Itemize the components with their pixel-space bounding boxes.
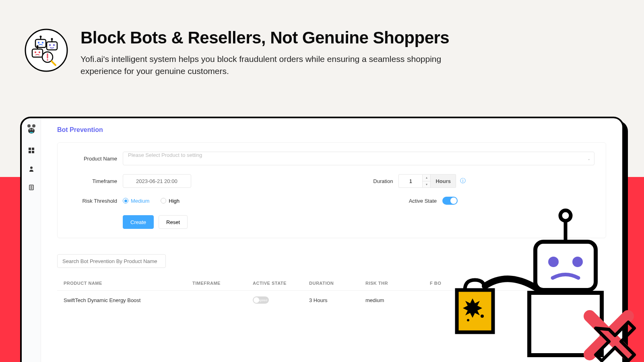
th-bots: F BO xyxy=(430,281,478,286)
svg-point-26 xyxy=(32,129,33,130)
stepper-down-icon[interactable]: ▼ xyxy=(423,181,430,188)
timeframe-input[interactable] xyxy=(123,174,191,188)
cell-product-name: SwiftTech Dynamic Energy Boost xyxy=(64,297,192,303)
cell-risk: medium xyxy=(365,297,430,303)
svg-point-13 xyxy=(39,51,40,53)
radio-unchecked-icon xyxy=(161,198,166,204)
th-risk: RISK THR xyxy=(365,281,430,286)
th-active-state: ACTIVE STATE xyxy=(253,281,309,286)
risk-radio-medium[interactable]: Medium xyxy=(123,198,149,204)
svg-point-3 xyxy=(42,42,43,43)
th-duration: DURATION xyxy=(309,281,365,286)
risk-radio-high[interactable]: High xyxy=(161,198,180,204)
svg-point-21 xyxy=(27,124,31,128)
info-icon[interactable]: ⓘ xyxy=(460,177,466,185)
svg-rect-31 xyxy=(32,151,34,153)
results-table: PRODUCT NAME TIMEFRAME ACTIVE STATE DURA… xyxy=(57,276,606,309)
nav-doc-icon[interactable] xyxy=(28,184,35,191)
table-row[interactable]: SwiftTech Dynamic Energy Boost expired 3… xyxy=(57,291,606,309)
svg-point-2 xyxy=(38,42,39,43)
product-name-label: Product Name xyxy=(69,156,117,162)
page-title: Bot Prevention xyxy=(57,126,622,134)
svg-rect-11 xyxy=(32,49,43,57)
svg-point-7 xyxy=(49,44,51,46)
duration-label: Duration xyxy=(373,178,393,184)
svg-point-25 xyxy=(30,129,31,130)
radio-high-label: High xyxy=(169,198,180,204)
th-timeframe: TIMEFRAME xyxy=(192,281,253,286)
active-toggle[interactable] xyxy=(442,197,458,205)
radio-medium-label: Medium xyxy=(131,198,149,204)
svg-rect-29 xyxy=(32,148,34,150)
svg-rect-30 xyxy=(29,151,31,153)
create-button[interactable]: Create xyxy=(123,215,154,229)
th-product-name: PRODUCT NAME xyxy=(64,281,192,286)
cell-duration: 3 Hours xyxy=(309,297,365,303)
app-logo xyxy=(25,123,37,135)
svg-rect-27 xyxy=(30,132,33,133)
active-state-label: Active State xyxy=(409,198,437,204)
cell-active-state: expired xyxy=(253,296,309,304)
svg-point-22 xyxy=(32,124,35,128)
expired-pill: expired xyxy=(253,296,269,304)
svg-point-10 xyxy=(51,38,53,40)
sidebar xyxy=(22,118,41,362)
svg-point-12 xyxy=(35,51,36,53)
app-window: Bot Prevention Product Name Please Selec… xyxy=(20,117,624,362)
hero-badge-icon xyxy=(24,28,68,72)
stepper-up-icon[interactable]: ▲ xyxy=(423,175,430,181)
svg-point-0 xyxy=(25,29,67,71)
nav-user-icon[interactable] xyxy=(28,166,35,172)
product-select-value: Please Select Product to setting xyxy=(123,152,594,165)
nav-dashboard-icon[interactable] xyxy=(28,147,35,154)
hero-title: Block Bots & Resellers, Not Genuine Shop… xyxy=(80,28,483,47)
svg-point-18 xyxy=(47,59,48,61)
main-content: Bot Prevention Product Name Please Selec… xyxy=(41,118,622,362)
duration-stepper[interactable]: ▲ ▼ xyxy=(423,174,431,188)
table-header: PRODUCT NAME TIMEFRAME ACTIVE STATE DURA… xyxy=(57,276,606,291)
hero-subtitle: Yofi.ai's intelligent system helps you b… xyxy=(80,53,483,78)
svg-point-32 xyxy=(30,167,33,169)
chevron-down-icon: ⌄ xyxy=(587,156,590,161)
search-input[interactable] xyxy=(57,254,166,268)
svg-point-15 xyxy=(37,45,39,47)
svg-rect-28 xyxy=(29,148,31,150)
product-select[interactable]: Please Select Product to setting ⌄ xyxy=(123,152,594,165)
timeframe-label: Timeframe xyxy=(69,178,117,184)
risk-threshold-label: Risk Threshold xyxy=(69,198,117,204)
form-card: Product Name Please Select Product to se… xyxy=(57,142,606,238)
reset-button[interactable]: Reset xyxy=(159,215,188,229)
radio-checked-icon xyxy=(123,198,128,204)
duration-unit: Hours xyxy=(431,174,456,188)
svg-point-8 xyxy=(53,44,55,46)
svg-rect-6 xyxy=(47,42,57,50)
duration-input[interactable] xyxy=(398,174,423,188)
svg-point-5 xyxy=(40,36,42,38)
hero-section: Block Bots & Resellers, Not Genuine Shop… xyxy=(0,0,644,90)
